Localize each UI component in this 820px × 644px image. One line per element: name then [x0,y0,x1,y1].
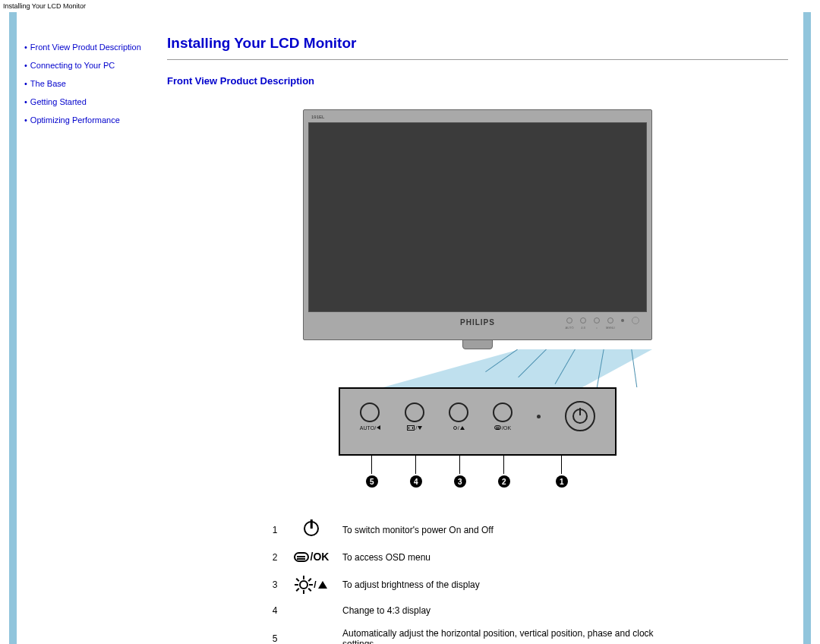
nav-label: Connecting to Your PC [30,61,115,70]
brightness-up-icon: / [295,576,326,593]
table-row: 5 Automatically adjust the horizontal po… [265,622,690,645]
nav-label: Optimizing Performance [30,115,120,125]
window-title-header: Installing Your LCD Monitor [0,0,820,12]
nav-optimizing-perf[interactable]: •Optimizing Performance [24,115,152,125]
monitor-stand [462,339,493,349]
desc-num: 5 [265,622,285,645]
monitor-buttons-row [566,317,639,324]
triangle-up-icon [460,426,465,430]
bullet-icon: • [24,115,27,125]
panel-btn-menu: /OK [493,402,512,431]
mini-led-dot [621,319,624,322]
desc-num: 3 [265,570,285,599]
table-row: 2 /OK To access OSD menu [265,545,690,570]
divider [167,59,788,60]
power-icon [304,521,319,536]
sidebar-nav: •Front View Produt Description •Connecti… [17,12,159,644]
desc-num: 2 [265,545,285,570]
triangle-up-icon [318,581,327,589]
button-description-table: 1 To switch monitor's power On and Off 2… [265,515,690,644]
desc-text: Automatically adjust the horizontal posi… [338,622,690,645]
table-row: 1 To switch monitor's power On and Off [265,515,690,545]
monitor-illustration: 191EL PHILIPS [303,109,652,340]
mini-brightness-button [594,317,600,324]
callout-3: 3 [454,475,466,488]
nav-getting-started[interactable]: •Getting Started [24,97,152,106]
triangle-left-icon [377,425,380,430]
menu-icon [494,425,501,430]
callout-2: 2 [498,475,510,488]
sun-icon [453,426,457,430]
menu-ok-icon: /OK [294,551,330,563]
bullet-icon: • [24,43,27,52]
triangle-down-icon [418,426,422,430]
callout-5: 5 [366,475,378,488]
main-content: Installing Your LCD Monitor Front View P… [159,12,803,644]
mini-aspect-button [580,317,586,324]
panel-btn-auto: AUTO/ [360,402,380,431]
zoom-beam-illustration [303,349,652,387]
mini-menu-button [607,317,613,324]
table-row: 4 Change to 4:3 display [265,599,690,622]
desc-text: To adjust brightness of the display [338,570,690,599]
monitor-screen [308,122,647,312]
page-title: Installing Your LCD Monitor [167,35,788,52]
content-frame: •Front View Produt Description •Connecti… [9,12,811,644]
panel-btn-aspect: / [405,402,424,431]
mini-auto-button [566,317,572,324]
monitor-figure: 191EL PHILIPS [167,109,788,492]
bullet-icon: • [24,97,27,106]
monitor-model-label: 191EL [311,115,324,119]
nav-the-base[interactable]: •The Base [24,79,152,88]
monitor-bezel-bottom: PHILIPS [308,312,647,335]
led-dot [537,415,541,418]
nav-label: Getting Started [30,97,87,106]
nav-label: Front View Produt Description [30,43,141,52]
desc-num: 1 [265,515,285,545]
section-title: Front View Product Description [167,75,788,87]
callout-markers: 5 4 3 2 1 [339,454,617,492]
mini-power-button [632,317,639,324]
menu-icon [294,552,309,562]
bullet-icon: • [24,61,27,70]
panel-btn-brightness: / [449,402,468,431]
power-icon [572,409,588,424]
bullet-icon: • [24,79,27,88]
desc-text: To access OSD menu [338,545,690,570]
callout-4: 4 [410,475,422,488]
callout-1: 1 [556,475,568,488]
nav-label: The Base [30,79,66,88]
desc-num: 4 [265,599,285,622]
nav-front-view[interactable]: •Front View Produt Description [24,43,152,52]
desc-text: To switch monitor's power On and Off [338,515,690,545]
button-panel-zoom: AUTO/ / / / [339,387,617,456]
table-row: 3 / [265,570,690,599]
desc-text: Change to 4:3 display [338,599,690,622]
nav-connecting-pc[interactable]: •Connecting to Your PC [24,61,152,70]
brand-logo-text: PHILIPS [460,318,495,327]
aspect-ratio-icon [407,425,415,431]
panel-btn-power [565,401,595,431]
